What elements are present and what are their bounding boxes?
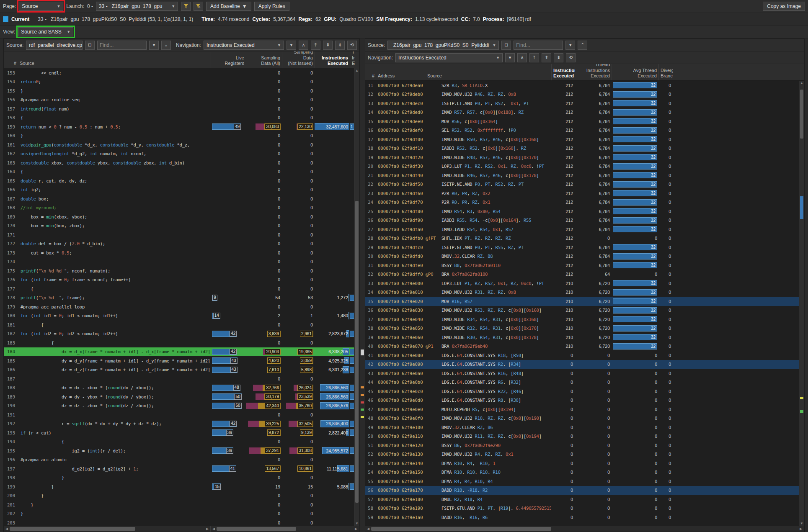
source-row[interactable]: 183 {00	[4, 338, 359, 347]
sass-vertical-scrollbar[interactable]: ▲ ▼	[799, 81, 804, 526]
source-row[interactable]: 194 {00	[4, 437, 359, 447]
sass-row[interactable]: 2700007fa0 62f9dfa0IMAD.IADD R54, R54, 0…	[365, 225, 804, 234]
sass-row[interactable]: 3800007fa0 62f9e050IMAD.WIDE R32, R54, R…	[365, 324, 804, 333]
panel-splitter[interactable]	[360, 39, 365, 532]
column-header-instructions-executed[interactable]: Instructions Executed	[315, 51, 350, 68]
scrollbar-thumb[interactable]	[10, 527, 135, 531]
source-row[interactable]: 160}00	[4, 131, 359, 141]
source-row[interactable]: 168 //int myround;00	[4, 203, 359, 213]
sass-row[interactable]: 5800007fa0 62f9e190FSETP.GTU.AND P1, PT,…	[365, 504, 804, 513]
column-header-divergent-branches[interactable]: Divergent Branches	[658, 64, 673, 80]
sass-row[interactable]: 1700007fa0 62f9df00IMAD.WIDE R50, R57, R…	[365, 135, 804, 144]
nav-dropdown-button[interactable]: ▾	[505, 53, 515, 62]
goto-top-button[interactable]: ⤒	[311, 41, 320, 50]
copy-as-image-button[interactable]: Copy as Image	[763, 2, 805, 11]
apply-rules-button[interactable]: Apply Rules	[254, 2, 289, 11]
source-row[interactable]: 153 << endl;00	[4, 68, 359, 77]
column-header-source[interactable]: Source	[18, 51, 211, 68]
scrollbar-thumb[interactable]	[371, 527, 551, 531]
sass-row[interactable]: 1500007fa0 62f9dee0MOV R56, c[0x0][0x164…	[365, 117, 804, 126]
sass-row[interactable]: 4600007fa0 62f9e0d0LDG.E.64.CONSTANT.SYS…	[365, 396, 804, 405]
sass-row[interactable]: 4700007fa0 62f9e0e0MUFU.RCP64H R5, c[0x0…	[365, 405, 804, 414]
find-input[interactable]	[514, 41, 563, 50]
collapse-all-button[interactable]: ⇟	[335, 41, 345, 50]
scroll-down-icon[interactable]: ▼	[799, 522, 804, 525]
scrollbar-thumb[interactable]	[355, 201, 359, 503]
source-row[interactable]: 161void pair_gpu(const double *d_x, cons…	[4, 140, 359, 149]
scroll-down-icon[interactable]: ▼	[354, 522, 359, 525]
scroll-right-icon[interactable]: ▶	[204, 527, 210, 531]
sass-row[interactable]: 4200007fa0 62f9e090LDG.E.64.CONSTANT.SYS…	[365, 360, 804, 369]
source-row[interactable]: 18700	[4, 374, 359, 383]
sass-row[interactable]: 5200007fa0 62f9e130IMAD.MOV.U32 R4, RZ, …	[365, 450, 804, 459]
splitter-handle-icon[interactable]	[361, 350, 364, 355]
sass-row[interactable]: 4800007fa0 62f9e0f0IMAD.MOV.U32 R10, RZ,…	[365, 414, 804, 423]
source-row[interactable]: 202}00	[4, 509, 359, 519]
column-header-sampling-not-issued[interactable]: Sampling Data (Not Issued)	[282, 51, 315, 68]
scrollbar-thumb[interactable]	[217, 527, 296, 531]
sass-row[interactable]: 1300007fa0 62f9dec0ISETP.LT.AND P0, PT, …	[365, 99, 804, 108]
sass-row[interactable]: 1100007fa0 62f9dea0S2R R3, SR_CTAID.X212…	[365, 81, 804, 90]
sass-row[interactable]: 4300007fa0 62f9e0a0LDG.E.64.CONSTANT.SYS…	[365, 369, 804, 378]
source-row[interactable]: 186 dz = d_z[frame * numatm + id1] - d_z…	[4, 365, 359, 375]
source-row[interactable]: 196#pragma acc atomic00	[4, 455, 359, 465]
nav-dropdown-button[interactable]: ▾	[287, 41, 296, 50]
sass-row[interactable]: 4400007fa0 62f9e0b0LDG.E.64.CONSTANT.SYS…	[365, 378, 804, 387]
expand-all-button[interactable]: ⇞	[323, 41, 333, 50]
center-selection-button[interactable]: ⟲	[347, 41, 357, 50]
sass-row[interactable]: 3200007fa0 62f9dff0@P0BRA 0x7fa062fa0100…	[365, 270, 804, 279]
sass-row[interactable]: 2000007fa0 62f9df30LOP3.LUT P1, RZ, R52,…	[365, 162, 804, 171]
source-row[interactable]: 20300	[4, 518, 359, 526]
source-row[interactable]: 198 }00	[4, 473, 359, 483]
sass-row[interactable]: 2200007fa0 62f9df50ISETP.NE.AND P0, PT, …	[365, 180, 804, 189]
navigation-select[interactable]: Instructions Executed ▼	[204, 41, 284, 50]
collapse-all-button[interactable]: ⇟	[554, 53, 563, 62]
sass-row[interactable]: 5600007fa0 62f9e170DADD R18, -R18, R2000…	[365, 486, 804, 495]
column-header-instructions-executed[interactable]: Instructions Executed	[551, 64, 575, 80]
source-row[interactable]: 155}00	[4, 86, 359, 95]
scroll-right-icon[interactable]: ▶	[798, 527, 804, 531]
sass-row[interactable]: 5400007fa0 62f9e150DFMA R10, R10, R10, R…	[365, 468, 804, 477]
source-row[interactable]: 162 unsigned long long int *d_g2, int nu…	[4, 149, 359, 159]
page-select[interactable]: Source ▼	[19, 2, 63, 11]
sass-row[interactable]: 3600007fa0 62f9e030IMAD.MOV.U32 R53, RZ,…	[365, 306, 804, 315]
sass-row[interactable]: 5100007fa0 62f9e120BSSY B6, 0x7fa062f9e2…	[365, 441, 804, 450]
column-header-predicated-clipped[interactable]: Predicated-On Thread Instructions Execut…	[350, 51, 355, 68]
sass-row[interactable]: 4100007fa0 62f9e080LDG.E.64.CONSTANT.SYS…	[365, 351, 804, 360]
sass-row[interactable]: 2800007fa0 62f9dfb0@!PTSHFL.IDX PT, RZ, …	[365, 234, 804, 243]
view-select[interactable]: Source and SASS ▼	[18, 27, 73, 36]
sass-row[interactable]: 3400007fa0 62f9e010IMAD.MOV.U32 R31, RZ,…	[365, 288, 804, 297]
sass-row[interactable]: 5000007fa0 62f9e110IMAD.MOV.U32 R11, RZ,…	[365, 432, 804, 441]
prev-hotspot-button[interactable]: ∧	[299, 41, 308, 50]
sass-row[interactable]: 1600007fa0 62f9def0SEL R52, R52, 0xfffff…	[365, 126, 804, 135]
source-row[interactable]: 197 d_g2[ig2] = d_g2[ig2] + 1;4113,56710…	[4, 464, 359, 473]
filter-button[interactable]	[181, 2, 191, 11]
source-row[interactable]: 157int round(float num)00	[4, 104, 359, 113]
filter-edit-button[interactable]	[194, 2, 203, 11]
sass-row[interactable]: 1900007fa0 62f9df20IMAD.WIDE R48, R57, R…	[365, 153, 804, 162]
source-row[interactable]: 192 r = sqrtf(dx * dx + dy * dy + dz * d…	[4, 419, 359, 429]
source-row[interactable]: 181 {00	[4, 320, 359, 329]
find-prev-button[interactable]: ⌃	[578, 41, 587, 50]
column-header-line[interactable]: #	[365, 64, 376, 80]
scroll-left-icon[interactable]: ◀	[4, 527, 10, 531]
sass-row[interactable]: 2600007fa0 62f9df90IADD3 R55, R54, -c[0x…	[365, 216, 804, 225]
sass-row[interactable]: 2100007fa0 62f9df40IMAD.WIDE R46, R57, R…	[365, 171, 804, 180]
view-layout-button[interactable]: ⊟	[501, 41, 511, 50]
source-row[interactable]: 170 box = min(box, zbox);00	[4, 221, 359, 231]
find-history-button[interactable]: ▾	[149, 41, 159, 50]
expand-all-button[interactable]: ⇞	[542, 53, 551, 62]
source-row[interactable]: 200 }00	[4, 491, 359, 501]
sass-row[interactable]: 2400007fa0 62f9df70P2R R0, PR, RZ, 0x121…	[365, 198, 804, 207]
source-row[interactable]: 185 dy = d_y[frame * numatm + id1] - d_y…	[4, 356, 359, 365]
column-header-avg-thread-executed[interactable]: Avg Thread Executed	[612, 64, 658, 80]
scroll-left-icon[interactable]: ◀	[365, 527, 371, 531]
prev-hotspot-button[interactable]: ∧	[517, 53, 527, 62]
source-code-hscrollbar[interactable]: ◀ ▶	[4, 526, 211, 532]
sass-function-select[interactable]: _Z16pair_gpu_178_gpuPKdS0_S0_Pyiidddi ▼	[387, 41, 499, 50]
sass-row[interactable]: 3900007fa0 62f9e060IMAD.WIDE R30, R54, R…	[365, 333, 804, 342]
find-input[interactable]	[97, 41, 147, 50]
sass-row[interactable]: 1800007fa0 62f9df10IADD3 R52, R52, c[0x0…	[365, 144, 804, 153]
navigation-select[interactable]: Instructions Executed ▼	[395, 53, 503, 62]
sass-row[interactable]: 4900007fa0 62f9e100BMOV.32.CLEAR RZ, B60…	[365, 423, 804, 432]
